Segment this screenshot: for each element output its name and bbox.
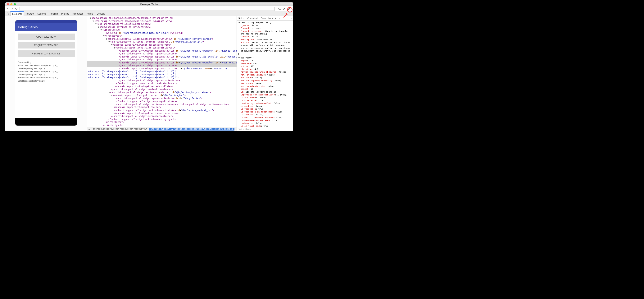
tree-node[interactable]: <viewstub id="@android:id/action_mode_ba…	[87, 32, 236, 35]
tree-node[interactable]: ▼<linearlayout>	[87, 29, 236, 32]
styles-tab[interactable]: »	[277, 17, 282, 20]
toggle-drawer-icon[interactable]	[278, 7, 281, 10]
toggle-element-state-icon[interactable]: ⦂	[291, 17, 292, 20]
tree-node[interactable]: ▼<com.example.thekhaeng.debuggingseriese…	[87, 20, 236, 23]
tab-profiles[interactable]: Profiles	[60, 11, 71, 16]
app-button[interactable]: REQUEST ZIP EXAMPLE	[18, 50, 75, 57]
nav-bar	[15, 118, 77, 126]
tree-node[interactable]: ▼<com.example.thekhaeng.debuggingseriese…	[87, 17, 236, 20]
tab-sources[interactable]: Sources	[36, 11, 48, 16]
tree-node[interactable]: ▼<android.support.v7.widget.actionbarcon…	[87, 91, 236, 94]
app-button[interactable]: REQUEST EXAMPLE	[18, 42, 75, 49]
command-log: Command logonSuccess: [DataResponse{data…	[18, 59, 75, 82]
new-style-rule-icon[interactable]: +	[286, 17, 288, 20]
tab-audits[interactable]: Audits	[85, 11, 95, 16]
tree-node[interactable]: <android.support.v7.widget.actionmenuvie…	[87, 103, 236, 106]
breadcrumb-bar[interactable]: …android.support.constraint.constraintla…	[87, 127, 236, 131]
devtools-tabbar: ElementsNetworkSourcesTimelineProfilesRe…	[5, 11, 293, 16]
tree-node[interactable]: ▼<android.support.v7.widget.contentframe…	[87, 41, 236, 44]
tab-elements[interactable]: Elements	[10, 11, 24, 16]
tree-node[interactable]: </android.support.v7.widget.toolbar>	[87, 106, 236, 109]
status-bar	[15, 20, 77, 23]
browser-toolbar	[5, 6, 293, 11]
tree-node[interactable]: <android.support.v7.widget.appcompattext…	[87, 97, 236, 100]
tree-node[interactable]: </android.support.v4.widget.nestedscroll…	[87, 85, 236, 88]
tab-network[interactable]: Network	[24, 11, 36, 16]
tree-node[interactable]: ▼<android.support.v7.widget.actionbarove…	[87, 38, 236, 41]
app-bar: Debug Series	[15, 23, 77, 31]
tree-node[interactable]: ▼<android.support.v4.widget.nestedscroll…	[87, 44, 236, 47]
tree-node[interactable]: <android.support.v7.widget.actionbarcont…	[87, 109, 236, 112]
tab-timeline[interactable]: Timeline	[48, 11, 60, 16]
tab-console[interactable]: Console	[95, 11, 107, 16]
app-button[interactable]: OPEN WEBVIEW	[18, 34, 75, 40]
tree-node[interactable]: ▼<android.support.v7.widget.toolbar id="…	[87, 94, 236, 97]
elements-tree-pane[interactable]: ▼<com.example.thekhaeng.debuggingseriese…	[87, 16, 237, 131]
tree-node[interactable]: </framelayout>	[87, 121, 236, 124]
inspect-search-icon[interactable]	[5, 13, 10, 15]
settings-gear-icon[interactable]	[283, 7, 286, 10]
svg-point-2	[7, 13, 8, 14]
breadcrumb-item[interactable]: …	[87, 128, 91, 131]
tree-node[interactable]: </android.support.v7.widget.actionbarcon…	[87, 115, 236, 118]
tree-node[interactable]: ▼<com.android.internal.policy.phonewindo…	[87, 23, 236, 26]
reload-button[interactable]	[14, 7, 18, 11]
breadcrumb-item[interactable]: android.support.constraint.constraintlay…	[91, 128, 149, 131]
tree-node[interactable]: </android.support.v7.widget.contentframe…	[87, 88, 236, 91]
titlebar: Developer Tools -	[5, 3, 293, 6]
back-button[interactable]	[6, 7, 10, 11]
tree-node[interactable]: </android.support.constraint.constraintl…	[87, 82, 236, 85]
tree-node[interactable]: ▼<com.android.internal.policy.decorview>	[87, 26, 236, 29]
app-title: Debug Series	[18, 25, 38, 29]
styles-tabs[interactable]: StylesComputedEvent Listeners»+⦂	[237, 16, 293, 21]
devtools-window: Developer Tools -	[5, 2, 293, 131]
styles-tab[interactable]: Computed	[246, 17, 259, 20]
url-bar[interactable]	[20, 7, 275, 11]
tree-node[interactable]: </linearlayout>	[87, 124, 236, 127]
device-frame: Debug Series OPEN WEBVIEWREQUEST EXAMPLE…	[15, 20, 78, 126]
stetho-toggle-icon[interactable]	[288, 7, 291, 10]
styles-tab[interactable]: Styles	[237, 17, 246, 20]
find-in-styles-input[interactable]: Find in Styles	[237, 127, 293, 131]
styles-tab[interactable]: Event Listeners	[259, 17, 277, 20]
tree-node[interactable]: ▼<framelayout>	[87, 35, 236, 38]
tree-node[interactable]: ▼<android.support.constraint.constraintl…	[87, 46, 236, 50]
tree-node[interactable]: </android.support.v7.widget.actionbarove…	[87, 118, 236, 121]
styles-pane: StylesComputedEvent Listeners»+⦂ Accessi…	[237, 16, 293, 131]
forward-button[interactable]	[10, 7, 14, 11]
window-title: Developer Tools -	[5, 3, 293, 6]
breadcrumb-item[interactable]: android.support.v7.widget.appcompatbutto…	[149, 128, 234, 131]
device-preview-pane: Debug Series OPEN WEBVIEWREQUEST EXAMPLE…	[5, 16, 87, 131]
tree-node[interactable]: <android.support.v7.widget.appcompatbutt…	[87, 61, 236, 64]
tree-node[interactable]: <android.support.v7.widget.appcompatbutt…	[87, 50, 236, 53]
tab-resources[interactable]: Resources	[71, 11, 85, 16]
svg-point-0	[284, 8, 285, 9]
